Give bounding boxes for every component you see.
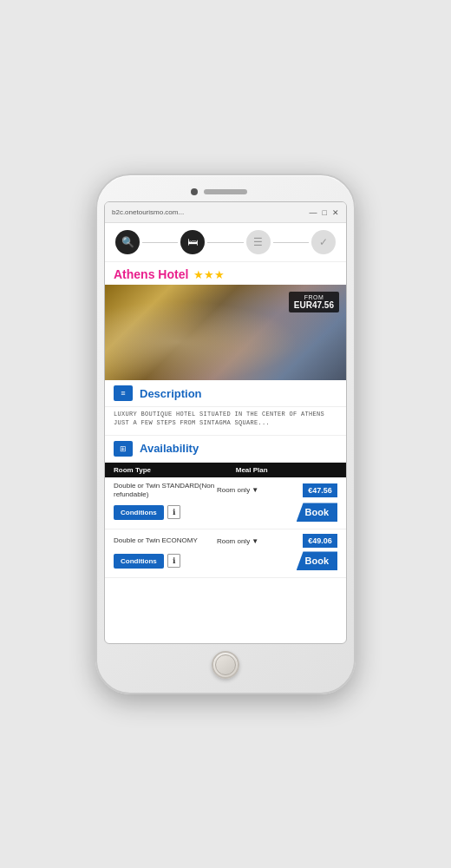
description-title: Description [140, 387, 202, 400]
phone-frame: b2c.onetourismo.com... — □ ✕ 🔍 🛏 ☰ [95, 174, 356, 694]
availability-title: Availability [140, 442, 199, 455]
close-button[interactable]: ✕ [332, 208, 339, 217]
step-line-2 [207, 242, 243, 243]
wizard-step-check[interactable]: ✓ [311, 230, 336, 254]
room-table-header: Room Type Meal Plan [105, 463, 346, 477]
room-actions-row-1: Conditions ℹ Book [105, 549, 346, 572]
availability-icon: ⊞ [114, 441, 133, 457]
home-button-inner [215, 654, 236, 675]
col-room-type-header: Room Type [114, 466, 236, 474]
minimize-button[interactable]: — [310, 208, 317, 217]
col-meal-plan-header: Meal Plan [236, 466, 337, 474]
step-line-1 [142, 242, 178, 243]
room-info-row-1: Double or Twin ECONOMY Room only ▼ €49.0… [105, 529, 346, 549]
wizard-step-hotel[interactable]: 🛏 [180, 230, 205, 254]
phone-bottom [212, 644, 239, 682]
conditions-button-1[interactable]: Conditions [114, 554, 164, 569]
conditions-button-0[interactable]: Conditions [114, 505, 164, 520]
phone-top [104, 186, 347, 201]
room-name-0: Double or Twin STANDARD(Non refundable) [114, 482, 217, 500]
room-name-1: Double or Twin ECONOMY [114, 536, 217, 545]
room-price-0: €47.56 [303, 483, 337, 497]
price-badge: FROM EUR47.56 [289, 292, 339, 312]
info-button-0[interactable]: ℹ [167, 505, 180, 519]
phone-camera [191, 188, 198, 195]
availability-header: ⊞ Availability [105, 436, 346, 463]
bed-icon: 🛏 [187, 236, 198, 248]
room-row-1: Double or Twin ECONOMY Room only ▼ €49.0… [105, 529, 346, 578]
step-line-3 [273, 242, 309, 243]
wizard-step-list[interactable]: ☰ [246, 230, 271, 254]
description-text: LUXURY BOUTIQUE HOTEL SITUATED IN THE CE… [105, 407, 346, 435]
info-button-1[interactable]: ℹ [167, 554, 180, 568]
availability-section: ⊞ Availability Room Type Meal Plan Doubl… [105, 435, 346, 579]
maximize-button[interactable]: □ [323, 208, 327, 217]
phone-speaker [204, 189, 247, 194]
description-icon: ≡ [114, 385, 133, 401]
check-icon: ✓ [319, 236, 328, 248]
wizard-step-search[interactable]: 🔍 [115, 230, 140, 254]
list-icon: ☰ [253, 236, 263, 248]
book-button-0[interactable]: Book [297, 503, 338, 522]
book-button-1[interactable]: Book [297, 551, 338, 570]
browser-content: 🔍 🛏 ☰ ✓ Athens Hotel ★★★ [105, 223, 346, 643]
room-price-1: €49.06 [303, 534, 337, 548]
price-from-label: FROM [294, 294, 334, 300]
grid-icon: ⊞ [120, 444, 127, 453]
phone-screen: b2c.onetourismo.com... — □ ✕ 🔍 🛏 ☰ [104, 201, 347, 644]
meal-plan-0[interactable]: Room only ▼ [217, 486, 303, 494]
browser-controls: — □ ✕ [310, 208, 339, 217]
lines-icon: ≡ [121, 389, 125, 398]
meal-plan-1[interactable]: Room only ▼ [217, 537, 303, 545]
room-info-row-0: Double or Twin STANDARD(Non refundable) … [105, 477, 346, 502]
wizard-steps: 🔍 🛏 ☰ ✓ [105, 223, 346, 262]
browser-url: b2c.onetourismo.com... [112, 208, 310, 216]
price-from-value: EUR47.56 [294, 300, 334, 310]
browser-bar: b2c.onetourismo.com... — □ ✕ [105, 202, 346, 223]
room-actions-row-0: Conditions ℹ Book [105, 501, 346, 523]
search-icon: 🔍 [121, 236, 134, 248]
description-header: ≡ Description [105, 380, 346, 407]
home-button[interactable] [212, 651, 239, 679]
hotel-image: FROM EUR47.56 [105, 285, 346, 380]
hotel-header: Athens Hotel ★★★ [105, 262, 346, 285]
hotel-name: Athens Hotel [114, 267, 188, 281]
hotel-stars: ★★★ [193, 268, 225, 281]
room-row-0: Double or Twin STANDARD(Non refundable) … [105, 477, 346, 530]
